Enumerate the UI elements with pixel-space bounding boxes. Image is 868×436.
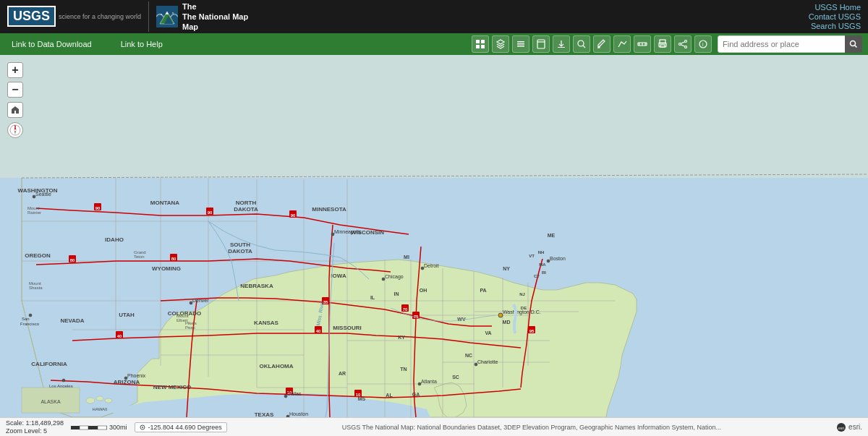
svg-text:Charlotte: Charlotte xyxy=(477,359,498,364)
usgs-wordmark: USGS xyxy=(7,6,56,27)
coordinates-text: -125.804 44.690 Degrees xyxy=(148,424,222,431)
svg-text:Phoenix: Phoenix xyxy=(127,373,146,378)
elevation-button[interactable] xyxy=(613,35,631,53)
svg-text:Rainier: Rainier xyxy=(27,210,41,215)
svg-text:KANSAS: KANSAS xyxy=(254,320,278,326)
download-button[interactable] xyxy=(553,35,570,53)
svg-rect-22 xyxy=(660,45,665,47)
svg-text:40: 40 xyxy=(316,329,321,333)
zoom-controls: + − N xyxy=(7,62,23,138)
svg-point-23 xyxy=(679,43,681,46)
svg-rect-8 xyxy=(476,45,480,48)
header-left: USGS science for a changing world The xyxy=(7,1,248,33)
zoom-out-button[interactable]: − xyxy=(7,82,23,98)
svg-rect-7 xyxy=(481,40,485,43)
svg-rect-188 xyxy=(71,426,80,429)
svg-text:Chicago: Chicago xyxy=(385,274,404,280)
scale-label: Scale: 1:18,489,298 xyxy=(6,419,64,427)
svg-text:WYOMING: WYOMING xyxy=(152,265,181,272)
attribution-bar: USGS The National Map: National Boundari… xyxy=(234,424,829,431)
svg-text:Washington D.C.: Washington D.C. xyxy=(503,309,541,315)
svg-text:MD: MD xyxy=(503,320,511,325)
svg-line-15 xyxy=(583,46,585,48)
svg-text:Peak: Peak xyxy=(185,325,196,330)
svg-text:MA: MA xyxy=(539,262,546,267)
svg-point-180 xyxy=(105,398,112,403)
svg-rect-9 xyxy=(481,45,485,48)
svg-text:NJ: NJ xyxy=(519,292,525,296)
map-container[interactable]: 90 90 90 80 80 40 40 35 10 10 70 75 95 W… xyxy=(0,55,868,417)
zoom-home-button[interactable] xyxy=(7,102,23,118)
svg-text:SC: SC xyxy=(452,375,459,380)
address-search-input[interactable] xyxy=(718,35,848,53)
svg-text:CALIFORNIA: CALIFORNIA xyxy=(31,361,67,367)
zoom-in-button[interactable]: + xyxy=(7,62,23,78)
svg-point-4 xyxy=(161,14,162,15)
svg-text:OH: OH xyxy=(420,288,427,293)
svg-text:90: 90 xyxy=(291,213,296,218)
location-icon xyxy=(140,424,145,430)
header: USGS science for a changing world The xyxy=(0,0,868,33)
usgs-home-link[interactable]: USGS Home xyxy=(814,3,861,12)
svg-text:ARIZONA: ARIZONA xyxy=(114,379,140,385)
zoom-search-button[interactable] xyxy=(573,35,590,53)
svg-text:IN: IN xyxy=(394,291,399,296)
svg-text:DAKOTA: DAKOTA xyxy=(234,206,258,213)
svg-text:80: 80 xyxy=(171,257,176,261)
svg-line-26 xyxy=(681,42,685,43)
svg-text:80: 80 xyxy=(70,258,75,262)
svg-text:MONTANA: MONTANA xyxy=(150,200,180,206)
svg-text:TEXAS: TEXAS xyxy=(255,411,274,417)
svg-point-30 xyxy=(851,41,856,46)
svg-text:90: 90 xyxy=(95,206,101,210)
svg-text:Seattle: Seattle xyxy=(35,192,51,197)
layer-grid-button[interactable] xyxy=(472,35,489,53)
share-button[interactable] xyxy=(674,35,692,53)
address-search-button[interactable] xyxy=(845,35,862,53)
svg-rect-13 xyxy=(537,40,545,48)
bookmark-button[interactable] xyxy=(532,35,550,53)
svg-text:CT: CT xyxy=(534,274,540,278)
link-data-download[interactable]: Link to Data Download xyxy=(6,40,98,48)
svg-point-163 xyxy=(62,379,65,382)
svg-point-178 xyxy=(86,398,95,403)
svg-text:Teton: Teton xyxy=(134,255,145,259)
svg-text:70: 70 xyxy=(403,307,408,312)
attribution-text: USGS The National Map: National Boundari… xyxy=(342,424,721,431)
svg-point-179 xyxy=(96,396,103,401)
svg-rect-189 xyxy=(80,426,88,429)
list-button[interactable] xyxy=(512,35,529,53)
svg-text:40: 40 xyxy=(117,334,122,338)
svg-text:MISSOURI: MISSOURI xyxy=(333,325,362,331)
print-button[interactable] xyxy=(654,35,671,53)
layers-button[interactable] xyxy=(492,35,509,53)
toolbar: Link to Data Download Link to Help i xyxy=(0,33,868,55)
svg-text:ALASKA: ALASKA xyxy=(41,399,61,404)
usgs-logo: USGS science for a changing world xyxy=(7,6,141,27)
svg-text:RI: RI xyxy=(542,270,546,275)
svg-text:VT: VT xyxy=(529,254,535,258)
esri-logo: esri esri. xyxy=(836,422,862,432)
measure-button[interactable] xyxy=(634,35,651,53)
info-button[interactable]: i xyxy=(694,35,712,53)
svg-text:GA: GA xyxy=(412,392,420,397)
svg-text:Francisco: Francisco xyxy=(20,322,40,326)
svg-text:NH: NH xyxy=(538,250,545,255)
svg-text:AR: AR xyxy=(339,371,346,376)
svg-text:TN: TN xyxy=(400,367,407,372)
compass-button[interactable]: N xyxy=(7,122,23,138)
draw-button[interactable] xyxy=(593,35,610,53)
esri-text: esri. xyxy=(848,423,862,431)
svg-text:esri: esri xyxy=(838,426,844,430)
search-usgs-link[interactable]: Search USGS xyxy=(811,22,861,30)
svg-rect-190 xyxy=(88,426,98,429)
link-help[interactable]: Link to Help xyxy=(115,40,169,48)
svg-text:HAWAII: HAWAII xyxy=(93,407,108,411)
svg-text:Detroit: Detroit xyxy=(424,263,439,268)
svg-rect-11 xyxy=(517,43,524,45)
svg-text:NC: NC xyxy=(465,353,472,358)
svg-text:MS: MS xyxy=(358,396,366,401)
contact-usgs-link[interactable]: Contact USGS xyxy=(809,12,861,21)
svg-rect-191 xyxy=(98,426,107,429)
svg-text:IOWA: IOWA xyxy=(331,273,346,279)
